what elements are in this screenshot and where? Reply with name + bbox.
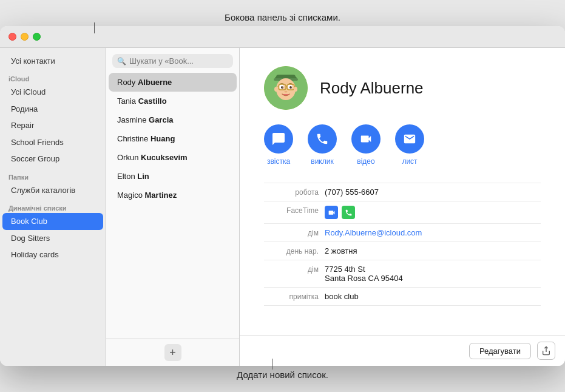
svg-point-7 bbox=[281, 86, 283, 89]
action-buttons: звістка виклик bbox=[264, 124, 541, 166]
sidebar-item-directory-services[interactable]: Служби каталогів bbox=[2, 182, 103, 199]
sidebar-item-book-club[interactable]: Book Club bbox=[2, 213, 103, 230]
search-input-wrapper: 🔍 bbox=[112, 54, 233, 68]
video-action-button[interactable]: відео bbox=[351, 124, 381, 166]
svg-point-8 bbox=[289, 86, 292, 89]
video-action-label: відео bbox=[357, 157, 374, 166]
field-value-address: 7725 4th St Santa Rosa CA 95404 bbox=[325, 265, 541, 283]
message-action-button[interactable]: звістка bbox=[264, 124, 293, 166]
sidebar-item-dog-sitters[interactable]: Dog Sitters bbox=[2, 230, 103, 247]
mail-action-button[interactable]: лист bbox=[395, 124, 424, 166]
field-label-facetime: FaceTime bbox=[264, 206, 319, 215]
sidebar-item-soccer-group[interactable]: Soccer Group bbox=[2, 150, 103, 167]
field-row-email: дім Rody.Albuerne@icloud.com bbox=[264, 224, 541, 242]
detail-footer: Редагувати bbox=[240, 335, 565, 366]
sidebar-section-smart-lists: Динамічні списки bbox=[0, 198, 106, 213]
fields-section: робота (707) 555-6607 FaceTime bbox=[264, 183, 541, 306]
svg-point-17 bbox=[274, 87, 278, 92]
sidebar-item-all-contacts[interactable]: Усі контакти bbox=[2, 53, 103, 69]
svg-point-16 bbox=[285, 91, 288, 93]
sidebar-item-all-icloud[interactable]: Усі iCloud bbox=[2, 84, 103, 101]
minimize-button[interactable] bbox=[21, 33, 29, 41]
app-window: Усі контакти iCloud Усі iCloud Родина Re… bbox=[0, 26, 565, 366]
sidebar-item-holiday-cards[interactable]: Holiday cards bbox=[2, 246, 103, 263]
sidebar-item-repair[interactable]: Repair bbox=[2, 117, 103, 134]
share-button[interactable] bbox=[537, 342, 555, 360]
search-icon: 🔍 bbox=[117, 57, 126, 66]
field-row-facetime: FaceTime bbox=[264, 201, 541, 224]
contact-item-elton[interactable]: Elton Lin bbox=[109, 167, 237, 186]
annotation-bottom: Додати новий список. bbox=[0, 370, 565, 380]
traffic-lights bbox=[8, 33, 41, 41]
contact-item-tania[interactable]: Tania Castillo bbox=[109, 92, 237, 110]
field-label-work: робота bbox=[264, 188, 319, 197]
edit-button[interactable]: Редагувати bbox=[469, 343, 531, 359]
sidebar-item-school-friends[interactable]: School Friends bbox=[2, 134, 103, 151]
contact-name: Rody Albuerne bbox=[320, 79, 424, 98]
call-action-button[interactable]: виклик bbox=[308, 124, 337, 166]
detail-content: Rody Albuerne звістка bbox=[240, 48, 565, 335]
detail-panel: Rody Albuerne звістка bbox=[240, 48, 565, 366]
field-label-home-email: дім bbox=[264, 228, 319, 237]
field-row-note: примітка book club bbox=[264, 288, 541, 306]
svg-point-10 bbox=[291, 87, 291, 87]
field-label-birthday: день нар. bbox=[264, 246, 319, 255]
search-input[interactable] bbox=[129, 56, 228, 66]
svg-point-9 bbox=[282, 87, 283, 87]
field-label-home-address: дім bbox=[264, 265, 319, 274]
contact-item-orkun[interactable]: Orkun Kucuksevim bbox=[109, 148, 237, 167]
video-icon bbox=[351, 124, 381, 154]
call-action-label: виклик bbox=[311, 157, 333, 166]
avatar bbox=[264, 66, 308, 110]
svg-point-18 bbox=[294, 87, 297, 92]
contact-list-panel: 🔍 Rody Albuerne Tania Castillo Jasmine G… bbox=[106, 48, 240, 366]
field-value-note: book club bbox=[325, 292, 541, 301]
contact-item-jasmine[interactable]: Jasmine Garcia bbox=[109, 110, 237, 129]
sidebar-section-icloud: iCloud bbox=[0, 69, 106, 84]
mail-action-label: лист bbox=[402, 157, 417, 166]
field-value-birthday: 2 жовтня bbox=[325, 246, 541, 255]
mail-icon bbox=[395, 124, 424, 154]
screenshot-wrapper: Бокова панель зі списками. Усі контакти … bbox=[0, 12, 565, 380]
contact-item-christine[interactable]: Christine Huang bbox=[109, 129, 237, 148]
maximize-button[interactable] bbox=[33, 33, 41, 41]
field-row-work-phone: робота (707) 555-6607 bbox=[264, 183, 541, 201]
add-list-button[interactable]: + bbox=[164, 344, 181, 361]
facetime-video-icon[interactable] bbox=[325, 206, 338, 219]
close-button[interactable] bbox=[8, 33, 16, 41]
sidebar-section-folders: Папки bbox=[0, 167, 106, 182]
field-row-birthday: день нар. 2 жовтня bbox=[264, 242, 541, 260]
call-icon bbox=[308, 124, 337, 154]
main-content: Усі контакти iCloud Усі iCloud Родина Re… bbox=[0, 48, 565, 366]
contact-item-magico[interactable]: Magico Martinez bbox=[109, 186, 237, 204]
sidebar-item-family[interactable]: Родина bbox=[2, 101, 103, 118]
sidebar: Усі контакти iCloud Усі iCloud Родина Re… bbox=[0, 48, 106, 366]
facetime-phone-icon[interactable] bbox=[342, 206, 355, 219]
field-label-note: примітка bbox=[264, 292, 319, 301]
message-icon bbox=[264, 124, 293, 154]
field-value-facetime bbox=[325, 206, 541, 219]
title-bar bbox=[0, 26, 565, 48]
field-row-address: дім 7725 4th St Santa Rosa CA 95404 bbox=[264, 260, 541, 288]
message-action-label: звістка bbox=[267, 157, 290, 166]
field-value-email[interactable]: Rody.Albuerne@icloud.com bbox=[325, 228, 541, 237]
field-value-work-phone: (707) 555-6607 bbox=[325, 188, 541, 197]
contact-list: Rody Albuerne Tania Castillo Jasmine Gar… bbox=[106, 73, 239, 339]
facetime-icons bbox=[325, 206, 541, 219]
contact-header: Rody Albuerne bbox=[264, 66, 541, 110]
contact-item-rody[interactable]: Rody Albuerne bbox=[109, 73, 237, 92]
contact-list-footer: + bbox=[106, 339, 239, 366]
annotation-top: Бокова панель зі списками. bbox=[0, 12, 565, 22]
search-bar: 🔍 bbox=[106, 48, 239, 73]
